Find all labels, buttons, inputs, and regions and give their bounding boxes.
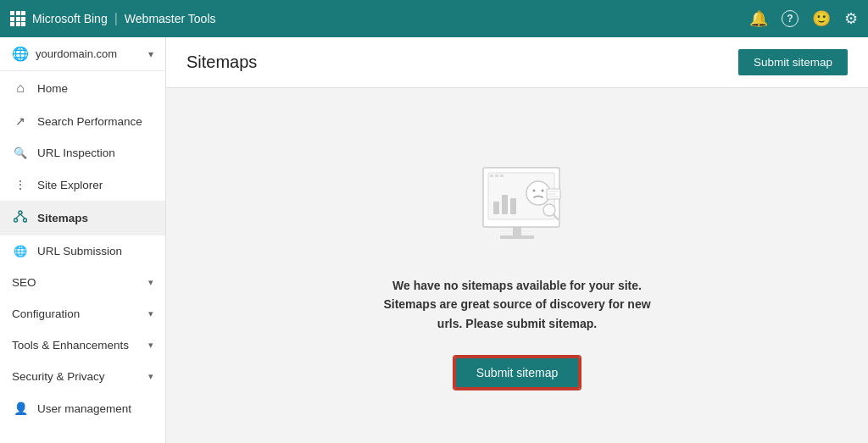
help-icon[interactable]: ?	[782, 10, 798, 27]
settings-icon[interactable]: ⚙	[844, 9, 858, 28]
svg-rect-17	[495, 174, 498, 177]
svg-point-0	[19, 211, 22, 214]
sidebar-item-url-submission-label: URL Submission	[37, 245, 122, 257]
empty-state-illustration	[449, 142, 585, 252]
svg-point-15	[542, 189, 544, 191]
svg-point-1	[14, 219, 18, 222]
home-icon: ⌂	[12, 80, 29, 96]
sidebar-item-sitemaps-label: Sitemaps	[37, 212, 88, 224]
sidebar-item-url-inspection[interactable]: 🔍 URL Inspection	[0, 137, 165, 169]
page-title: Sitemaps	[186, 53, 257, 72]
notification-icon[interactable]: 🔔	[749, 9, 768, 28]
main-header: Sitemaps Submit sitemap	[166, 37, 868, 88]
sidebar-item-site-explorer-label: Site Explorer	[37, 179, 103, 191]
sidebar-section-security-label: Security & Privacy	[12, 370, 105, 383]
sidebar-item-user-management-label: User management	[37, 402, 131, 415]
configuration-chevron-icon: ▾	[148, 308, 153, 319]
submit-sitemap-button-top[interactable]: Submit sitemap	[738, 49, 848, 75]
domain-chevron-icon: ▾	[148, 48, 153, 60]
sidebar-section-tools-label: Tools & Enhancements	[12, 339, 129, 352]
svg-rect-16	[490, 174, 493, 177]
svg-rect-7	[500, 235, 534, 239]
search-performance-icon: ↗	[12, 114, 29, 128]
sidebar-item-home-label: Home	[37, 82, 68, 95]
topbar-actions: 🔔 ? 🙂 ⚙	[749, 9, 858, 28]
svg-point-2	[24, 219, 27, 222]
sidebar-item-url-inspection-label: URL Inspection	[37, 147, 115, 159]
sidebar-section-configuration[interactable]: Configuration ▾	[0, 298, 165, 329]
url-submission-icon: 🌐	[12, 245, 29, 257]
site-explorer-icon: ⋮	[12, 178, 29, 191]
product-name: Webmaster Tools	[125, 12, 216, 25]
sidebar: 🌐 yourdomain.com ▾ ⌂ Home ↗ Search Perfo…	[0, 37, 166, 443]
sidebar-item-sitemaps[interactable]: Sitemaps	[0, 201, 165, 235]
globe-icon: 🌐	[12, 46, 29, 62]
sidebar-item-user-management[interactable]: 👤 User management	[0, 392, 165, 424]
svg-rect-18	[500, 174, 504, 177]
domain-text: yourdomain.com	[36, 47, 142, 60]
seo-chevron-icon: ▾	[148, 277, 153, 288]
sidebar-item-url-submission[interactable]: 🌐 URL Submission	[0, 235, 165, 267]
domain-selector[interactable]: 🌐 yourdomain.com ▾	[0, 37, 165, 71]
sidebar-item-search-performance-label: Search Performance	[37, 115, 142, 128]
tools-chevron-icon: ▾	[148, 340, 153, 351]
account-icon[interactable]: 🙂	[812, 9, 831, 28]
sitemaps-icon	[12, 210, 29, 226]
sidebar-section-tools[interactable]: Tools & Enhancements ▾	[0, 329, 165, 361]
main-body: We have no sitemaps available for your s…	[166, 88, 868, 443]
sidebar-section-seo-label: SEO	[12, 276, 36, 289]
sidebar-item-site-explorer[interactable]: ⋮ Site Explorer	[0, 169, 165, 201]
user-management-icon: 👤	[12, 401, 29, 415]
sidebar-item-search-performance[interactable]: ↗ Search Performance	[0, 105, 165, 137]
svg-point-14	[533, 189, 536, 191]
security-chevron-icon: ▾	[148, 371, 153, 382]
url-inspection-icon: 🔍	[12, 147, 29, 159]
brand-area: Microsoft Bing | Webmaster Tools	[10, 11, 216, 26]
main-content: Sitemaps Submit sitemap	[166, 37, 868, 443]
sidebar-section-configuration-label: Configuration	[12, 307, 80, 320]
svg-line-3	[16, 214, 21, 219]
sidebar-item-home[interactable]: ⌂ Home	[0, 71, 165, 105]
topbar: Microsoft Bing | Webmaster Tools 🔔 ? 🙂 ⚙	[0, 0, 868, 37]
svg-rect-10	[493, 202, 499, 214]
ms-grid-icon	[10, 11, 25, 26]
sidebar-section-security[interactable]: Security & Privacy ▾	[0, 361, 165, 392]
sidebar-section-seo[interactable]: SEO ▾	[0, 267, 165, 298]
layout: 🌐 yourdomain.com ▾ ⌂ Home ↗ Search Perfo…	[0, 37, 868, 443]
brand-name: Microsoft Bing	[32, 12, 108, 25]
brand-divider: |	[114, 11, 118, 26]
empty-message: We have no sitemaps available for your s…	[373, 276, 661, 333]
submit-sitemap-button-center[interactable]: Submit sitemap	[454, 357, 580, 389]
svg-rect-11	[502, 195, 508, 214]
svg-rect-6	[513, 227, 521, 235]
svg-line-4	[20, 214, 25, 219]
svg-rect-12	[510, 198, 516, 214]
